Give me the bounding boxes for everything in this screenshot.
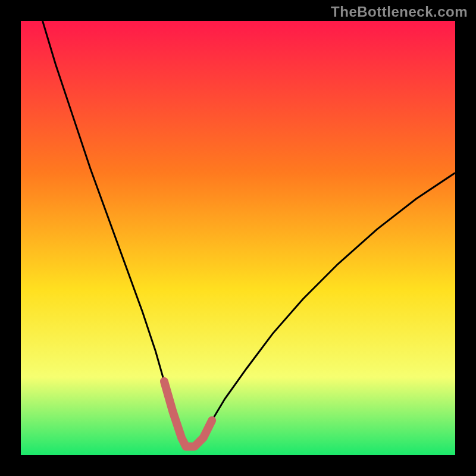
watermark-text: TheBottleneck.com xyxy=(331,4,468,20)
chart-frame: TheBottleneck.com xyxy=(0,0,476,476)
gradient-background xyxy=(21,21,455,455)
bottleneck-plot xyxy=(21,21,455,455)
